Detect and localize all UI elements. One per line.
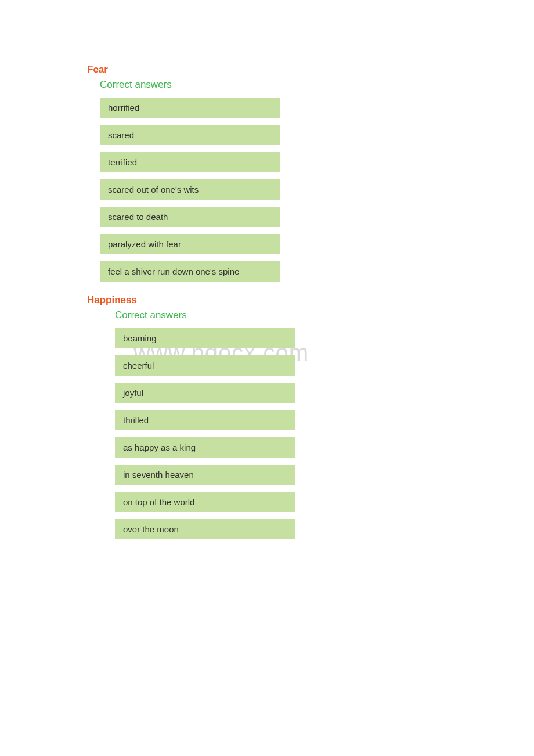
answer-item: terrified: [100, 152, 280, 172]
answer-item: thrilled: [115, 410, 295, 430]
answer-item: paralyzed with fear: [100, 234, 280, 254]
answer-item: in seventh heaven: [115, 465, 295, 485]
answer-item: joyful: [115, 383, 295, 403]
answer-item: scared: [100, 125, 280, 145]
answer-item: scared to death: [100, 207, 280, 227]
answer-item: as happy as a king: [115, 437, 295, 458]
subhead-fear: Correct answers: [100, 79, 534, 91]
subhead-happiness: Correct answers: [115, 309, 534, 321]
answer-item: beaming: [115, 328, 295, 348]
answer-list-happiness: beaming cheerful joyful thrilled as happ…: [115, 328, 534, 539]
section-fear: Fear Correct answers horrified scared te…: [87, 64, 534, 282]
answer-item: horrified: [100, 98, 280, 118]
answer-item: on top of the world: [115, 492, 295, 512]
section-happiness: Happiness Correct answers beaming cheerf…: [87, 294, 534, 539]
section-title-fear: Fear: [87, 64, 534, 75]
answer-item: feel a shiver run down one's spine: [100, 261, 280, 282]
answer-item: scared out of one's wits: [100, 179, 280, 200]
answer-item: cheerful: [115, 355, 295, 376]
answer-list-fear: horrified scared terrified scared out of…: [100, 98, 534, 282]
answer-item: over the moon: [115, 519, 295, 539]
section-title-happiness: Happiness: [87, 294, 534, 306]
